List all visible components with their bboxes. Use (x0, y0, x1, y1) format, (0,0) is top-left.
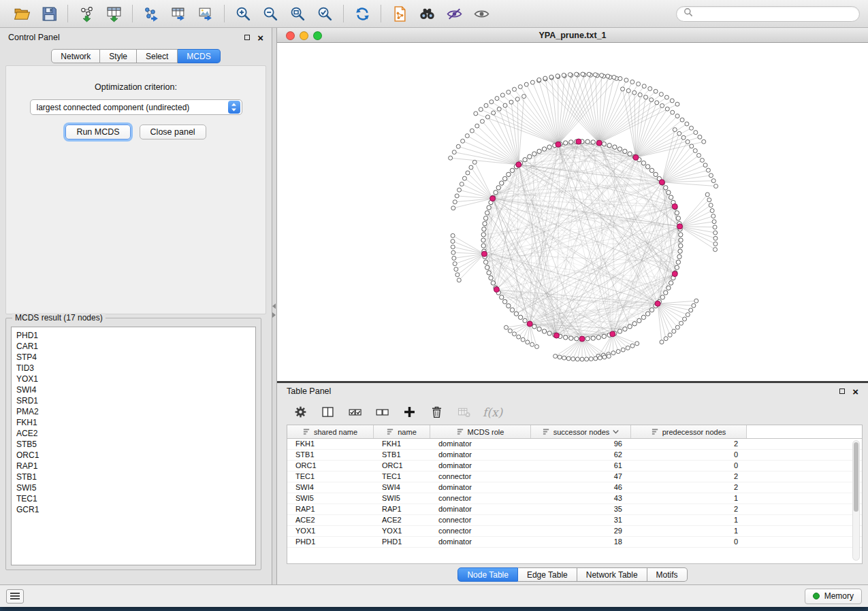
table-cell[interactable]: 0 (631, 537, 747, 547)
table-cell[interactable]: 1 (631, 493, 747, 503)
mcds-result-item[interactable]: TEC1 (12, 493, 255, 504)
log-console-button[interactable] (6, 589, 24, 604)
collapse-right-icon[interactable] (272, 312, 276, 318)
table-cell[interactable]: 2 (631, 439, 747, 449)
network-document-button[interactable] (386, 2, 413, 25)
collapse-left-icon[interactable] (272, 303, 276, 309)
table-tab-edge-table[interactable]: Edge Table (518, 567, 577, 582)
function-builder-button[interactable]: f(x) (483, 406, 502, 419)
table-cell[interactable]: connector (430, 493, 531, 503)
search-input[interactable] (697, 9, 852, 18)
zoom-fit-button[interactable] (284, 2, 311, 25)
close-panel-icon[interactable]: × (257, 35, 263, 41)
table-cell[interactable]: 62 (531, 450, 631, 460)
table-cell[interactable]: YOX1 (287, 526, 374, 536)
mcds-result-item[interactable]: FKH1 (12, 417, 255, 428)
table-cell[interactable]: PHD1 (287, 537, 374, 547)
column-header-shared-name[interactable]: shared name (287, 425, 374, 438)
optimization-criterion-select[interactable]: largest connected component (undirected) (30, 99, 242, 115)
settings-gear-button[interactable] (292, 403, 309, 420)
table-cell[interactable]: FKH1 (374, 439, 430, 449)
table-cell[interactable]: dominator (430, 504, 531, 514)
table-cell[interactable]: 2 (631, 482, 747, 493)
table-cell[interactable]: 96 (531, 439, 631, 449)
table-cell[interactable]: 43 (531, 493, 631, 503)
close-table-panel-icon[interactable]: × (852, 389, 858, 395)
minimize-window-icon[interactable] (300, 31, 308, 40)
table-cell[interactable]: ORC1 (374, 461, 430, 471)
table-cell[interactable]: 61 (531, 461, 631, 471)
table-tab-node-table[interactable]: Node Table (457, 567, 518, 582)
delete-column-button[interactable] (428, 403, 445, 420)
table-cell[interactable]: 1 (631, 526, 747, 536)
table-cell[interactable]: dominator (430, 461, 531, 471)
table-cell[interactable]: dominator (430, 450, 531, 460)
panel-splitter[interactable] (272, 28, 277, 584)
import-table-button[interactable] (100, 2, 127, 25)
hide-filter-button[interactable] (440, 2, 468, 25)
mcds-result-item[interactable]: YOX1 (12, 374, 255, 384)
table-cell[interactable]: connector (430, 472, 531, 482)
tab-network[interactable]: Network (51, 49, 100, 63)
table-scrollbar-thumb[interactable] (854, 442, 858, 512)
table-cell[interactable]: STB1 (374, 450, 430, 460)
table-cell[interactable]: 2 (631, 504, 747, 514)
close-window-icon[interactable] (286, 31, 295, 40)
table-cell[interactable]: RAP1 (287, 504, 374, 514)
deselect-all-button[interactable] (374, 403, 391, 420)
show-eye-button[interactable] (468, 2, 495, 25)
zoom-out-button[interactable] (257, 2, 284, 25)
column-header-name[interactable]: name (374, 425, 430, 438)
mcds-result-item[interactable]: RAP1 (12, 461, 255, 472)
table-cell[interactable]: ACE2 (287, 515, 374, 525)
zoom-selected-button[interactable] (311, 2, 338, 25)
table-cell[interactable]: 2 (631, 472, 747, 482)
table-cell[interactable]: dominator (430, 537, 531, 547)
add-column-button[interactable] (401, 403, 418, 420)
table-cell[interactable]: SWI5 (374, 493, 430, 503)
table-cell[interactable]: ORC1 (287, 461, 374, 471)
table-cell[interactable]: TEC1 (374, 472, 430, 482)
table-cell[interactable]: ACE2 (374, 515, 430, 525)
mcds-result-item[interactable]: SWI4 (12, 384, 255, 395)
split-panel-button[interactable] (319, 403, 336, 420)
table-cell[interactable]: connector (430, 515, 531, 525)
column-header-mcds-role[interactable]: MCDS role (430, 425, 531, 438)
table-cell[interactable]: connector (430, 526, 531, 536)
refresh-button[interactable] (349, 2, 376, 25)
network-window-titlebar[interactable]: YPA_prune.txt_1 (277, 28, 868, 43)
memory-button[interactable]: Memory (805, 589, 862, 604)
table-cell[interactable]: 1 (631, 515, 747, 525)
table-cell[interactable]: 47 (531, 472, 631, 482)
float-table-panel-icon[interactable] (839, 389, 845, 394)
table-cell[interactable]: 31 (531, 515, 631, 525)
column-header-predecessor-nodes[interactable]: predecessor nodes (631, 425, 747, 438)
table-cell[interactable]: TEC1 (287, 472, 374, 482)
table-cell[interactable]: 29 (531, 526, 631, 536)
close-panel-button[interactable]: Close panel (140, 125, 206, 139)
search-box[interactable] (676, 6, 860, 22)
table-cell[interactable]: 35 (531, 504, 631, 514)
export-network-button[interactable] (138, 2, 165, 25)
mcds-result-item[interactable]: STP4 (12, 352, 255, 363)
table-cell[interactable]: FKH1 (287, 439, 374, 449)
mcds-result-item[interactable]: GCR1 (12, 504, 255, 515)
table-cell[interactable]: 46 (531, 482, 631, 493)
table-cell[interactable]: dominator (430, 439, 531, 449)
table-scrollbar[interactable] (852, 440, 860, 561)
table-cell[interactable]: PHD1 (374, 537, 430, 547)
zoom-in-button[interactable] (229, 2, 257, 25)
mcds-result-item[interactable]: TID3 (12, 363, 255, 374)
mcds-result-item[interactable]: SWI5 (12, 482, 255, 493)
select-all-button[interactable] (347, 403, 364, 420)
mcds-result-item[interactable]: PHD1 (12, 330, 255, 341)
tab-mcds[interactable]: MCDS (178, 49, 220, 63)
table-cell[interactable]: RAP1 (374, 504, 430, 514)
table-cell[interactable]: YOX1 (374, 526, 430, 536)
mcds-result-item[interactable]: CAR1 (12, 341, 255, 352)
run-mcds-button[interactable]: Run MCDS (65, 125, 130, 139)
mcds-result-item[interactable]: SRD1 (12, 395, 255, 406)
save-session-button[interactable] (35, 2, 63, 25)
tab-style[interactable]: Style (100, 49, 137, 63)
float-window-icon[interactable] (244, 35, 250, 40)
